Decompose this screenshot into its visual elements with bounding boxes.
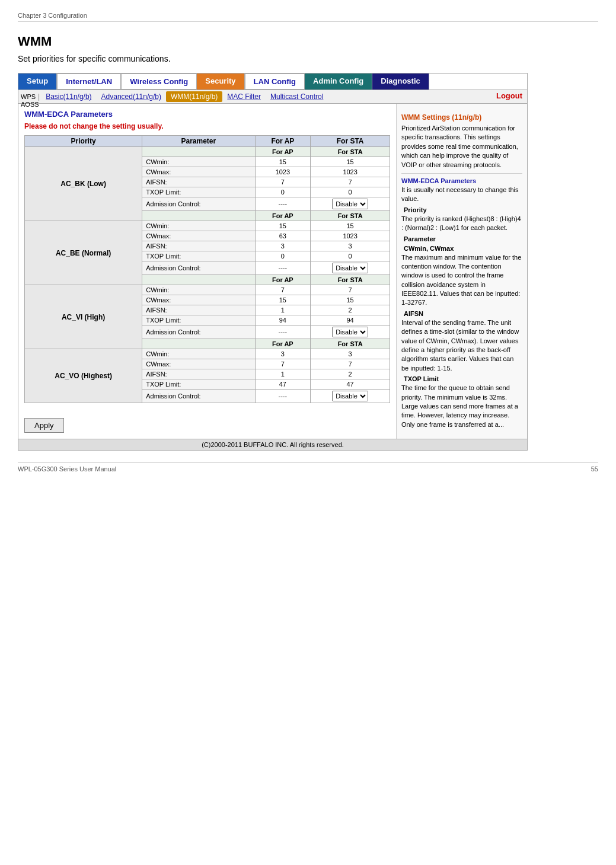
priority-ac-vo: AC_VO (Highest) <box>25 349 142 403</box>
right-aifsn-title: AIFSN <box>404 310 522 317</box>
priority-ac-be: AC_BE (Normal) <box>25 221 142 285</box>
subheader-ap-bk <box>142 147 255 157</box>
right-cwmin-title: CWmin, CWmax <box>404 245 522 252</box>
page-header: Chapter 3 Configuration <box>18 12 598 22</box>
admission-control-be[interactable]: Disable Enable <box>332 263 368 273</box>
subheader-ap-val-bk: For AP <box>255 147 311 157</box>
col-priority: Priority <box>25 136 142 147</box>
nav-internet-lan[interactable]: Internet/LAN <box>57 74 121 90</box>
subnav-wmm[interactable]: WMM(11n/g/b) <box>166 91 222 102</box>
table-row: AC_BK (Low) For AP For STA <box>25 147 390 157</box>
priority-ac-bk: AC_BK (Low) <box>25 147 142 221</box>
sub-nav: WPS | Basic(11n/g/b) Advanced(11n/g/b) W… <box>18 90 527 104</box>
table-row: AC_BE (Normal) CWmin: 15 15 <box>25 221 390 231</box>
right-cwmin-text: The maximum and minimum value for the co… <box>401 253 522 308</box>
right-txop-title: TXOP Limit <box>404 375 522 382</box>
priority-ac-vi: AC_VI (High) <box>25 285 142 349</box>
section-title: WMM <box>18 34 598 49</box>
logout-button[interactable]: Logout <box>496 91 522 100</box>
col-for-sta: For STA <box>311 136 390 147</box>
nav-security[interactable]: Security <box>197 74 244 90</box>
wmm-table: Priority Parameter For AP For STA AC_BK … <box>24 135 390 403</box>
nav-diagnostic[interactable]: Diagnostic <box>372 74 429 90</box>
right-section1-text: It is usually not necessary to change th… <box>401 186 522 204</box>
right-intro: Prioritized AirStation communication for… <box>401 124 522 170</box>
wps-label: WPS <box>21 93 36 100</box>
table-row: AC_VI (High) CWmin: 7 7 <box>25 285 390 295</box>
footer-right: 55 <box>591 465 598 473</box>
admission-control-vi[interactable]: Disable Enable <box>332 327 368 337</box>
right-priority-text: The priority is ranked (Highest)8 : (Hig… <box>401 215 522 233</box>
nav-wireless-config[interactable]: Wireless Config <box>121 74 197 90</box>
page-footer: WPL-05G300 Series User Manual 55 <box>18 462 598 473</box>
right-panel: WMM Settings (11n/g/b) Prioritized AirSt… <box>397 104 527 439</box>
admission-control-vo[interactable]: Disable Enable <box>332 391 368 401</box>
nav-lan-config[interactable]: LAN Config <box>245 74 305 90</box>
admission-control-bk[interactable]: Disable Enable <box>332 199 368 209</box>
aoss-label: AOSS <box>21 101 39 108</box>
subnav-advanced[interactable]: Advanced(11n/g/b) <box>97 91 166 102</box>
nav-bar: Setup Internet/LAN Wireless Config Secur… <box>18 74 527 90</box>
footer-bar: (C)2000-2011 BUFFALO INC. All rights res… <box>18 439 527 450</box>
right-aifsn-text: Interval of the sending frame. The unit … <box>401 318 522 373</box>
table-row: AC_VO (Highest) CWmin: 3 3 <box>25 349 390 359</box>
subnav-multicast[interactable]: Multicast Control <box>266 91 328 102</box>
subnav-mac-filter[interactable]: MAC Filter <box>222 91 266 102</box>
warning-text: Please do not change the setting usually… <box>24 122 390 130</box>
nav-setup[interactable]: Setup <box>18 74 57 90</box>
col-parameter: Parameter <box>142 136 255 147</box>
footer-left: WPL-05G300 Series User Manual <box>18 465 116 473</box>
right-priority-title: Priority <box>404 206 522 213</box>
left-panel: WMM-EDCA Parameters Please do not change… <box>18 104 397 439</box>
subnav-basic[interactable]: Basic(11n/g/b) <box>41 91 96 102</box>
wmm-edca-heading: WMM-EDCA Parameters <box>24 110 390 119</box>
subheader-sta-val-bk: For STA <box>311 147 390 157</box>
apply-button[interactable]: Apply <box>24 418 64 433</box>
nav-admin-config[interactable]: Admin Config <box>305 74 372 90</box>
col-for-ap: For AP <box>255 136 311 147</box>
right-section1-title: WMM-EDCA Parameters <box>401 177 522 184</box>
main-content: WMM-EDCA Parameters Please do not change… <box>18 104 527 439</box>
right-parameter-title: Parameter <box>404 235 522 242</box>
right-txop-text: The time for the queue to obtain send pr… <box>401 384 522 429</box>
right-main-title: WMM Settings (11n/g/b) <box>401 113 522 122</box>
router-ui: Setup Internet/LAN Wireless Config Secur… <box>18 73 528 451</box>
section-desc: Set priorities for specific communicatio… <box>18 54 598 63</box>
